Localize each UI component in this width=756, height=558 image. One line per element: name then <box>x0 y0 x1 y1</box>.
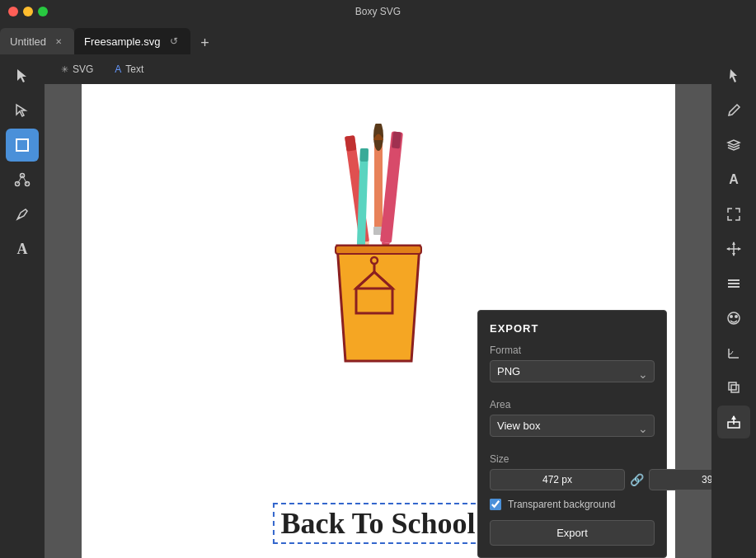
svg-point-38 <box>735 315 738 318</box>
svg-marker-32 <box>738 247 741 251</box>
area-label: Area <box>490 399 655 410</box>
size-label: Size <box>490 453 655 465</box>
svg-marker-31 <box>726 247 730 251</box>
main-area: A ✳ SVG A Text <box>0 54 756 558</box>
text-dashed-border: Back To School <box>272 503 483 544</box>
svg-tag-label: SVG <box>73 63 93 75</box>
rt-layers-btn[interactable] <box>717 129 750 162</box>
svg-rect-13 <box>345 135 356 151</box>
height-input[interactable] <box>649 469 711 490</box>
svg-rect-7 <box>374 140 383 231</box>
rt-mask-btn[interactable] <box>717 302 750 335</box>
tab-untitled-close[interactable]: ✕ <box>53 35 64 47</box>
tab-freesample-label: Freesample.svg <box>84 35 160 48</box>
app-title: Boxy SVG <box>355 6 401 17</box>
size-row: 🔗 <box>490 469 655 490</box>
tab-untitled-label: Untitled <box>10 35 46 48</box>
canvas-toolbar: ✳ SVG A Text <box>45 54 711 84</box>
node-tool-btn[interactable] <box>6 163 39 196</box>
svg-line-5 <box>22 176 27 184</box>
rt-export-btn[interactable] <box>717 406 750 438</box>
svg-rect-19 <box>391 131 401 148</box>
svg-marker-45 <box>731 415 736 420</box>
titlebar: Boxy SVG <box>0 0 756 23</box>
svg-rect-17 <box>359 148 369 161</box>
transparent-label[interactable]: Transparent background <box>508 499 615 510</box>
area-select[interactable]: View box Selection Page <box>490 415 655 437</box>
text-selection-box: Back To School <box>272 503 483 544</box>
rect-tool-btn[interactable] <box>6 129 39 162</box>
svg-artwork <box>284 124 473 366</box>
tab-refresh-icon[interactable]: ↺ <box>167 35 181 48</box>
svg-rect-18 <box>379 131 402 243</box>
canvas-content[interactable]: Back To School EXPORT Format PNG JPG SVG… <box>45 84 711 558</box>
maximize-button[interactable] <box>38 7 48 16</box>
svg-rect-0 <box>16 139 28 151</box>
text-tag-label: Text <box>125 63 143 75</box>
svg-rect-35 <box>728 286 740 288</box>
svg-point-37 <box>730 315 733 318</box>
pen-tool-btn[interactable] <box>6 198 39 231</box>
text-tag-btn[interactable]: A Text <box>106 61 152 77</box>
svg-rect-33 <box>728 279 740 281</box>
tab-untitled[interactable]: Untitled ✕ <box>0 28 74 54</box>
pointer-tool-btn[interactable] <box>6 59 39 92</box>
rt-pen-btn[interactable] <box>717 94 750 127</box>
rt-move-btn[interactable] <box>717 232 750 265</box>
rt-font-btn[interactable]: A <box>717 163 750 196</box>
minimize-button[interactable] <box>23 7 33 16</box>
format-select[interactable]: PNG JPG SVG PDF <box>490 360 655 382</box>
svg-rect-34 <box>728 283 740 284</box>
canvas-area: ✳ SVG A Text <box>45 54 711 558</box>
select-tool-btn[interactable] <box>6 94 39 127</box>
rt-copy-btn[interactable] <box>717 371 750 404</box>
export-button[interactable]: Export <box>490 520 655 546</box>
close-button[interactable] <box>8 7 18 16</box>
text-tool-btn[interactable]: A <box>6 232 39 265</box>
rt-pointer-btn[interactable] <box>717 59 750 92</box>
svg-marker-29 <box>732 241 735 245</box>
tab-add-button[interactable]: + <box>194 31 217 54</box>
format-label: Format <box>490 345 655 356</box>
tabbar: Untitled ✕ Freesample.svg ↺ + <box>0 23 756 54</box>
svg-tag-btn[interactable]: ✳ SVG <box>53 61 101 77</box>
right-toolbar: A <box>711 54 756 558</box>
export-panel: EXPORT Format PNG JPG SVG PDF Area View … <box>477 310 667 558</box>
width-input[interactable] <box>490 469 625 490</box>
left-toolbar: A <box>0 54 45 558</box>
area-select-wrapper: View box Selection Page <box>490 415 655 445</box>
link-icon: 🔗 <box>630 473 644 486</box>
svg-marker-30 <box>732 253 735 256</box>
svg-rect-41 <box>731 385 739 392</box>
rt-list-btn[interactable] <box>717 267 750 300</box>
export-title: EXPORT <box>490 322 655 335</box>
format-select-wrapper: PNG JPG SVG PDF <box>490 360 655 391</box>
svg-rect-22 <box>336 246 421 254</box>
window-controls <box>8 7 48 16</box>
transparent-checkbox[interactable] <box>490 499 501 510</box>
rt-angle-btn[interactable] <box>717 336 750 369</box>
svg-line-4 <box>17 176 22 184</box>
canvas-text[interactable]: Back To School <box>280 507 475 540</box>
svg-rect-42 <box>729 382 736 390</box>
rt-expand-btn[interactable] <box>717 198 750 231</box>
transparent-row: Transparent background <box>490 499 655 510</box>
tab-freesample[interactable]: Freesample.svg ↺ <box>74 28 190 54</box>
